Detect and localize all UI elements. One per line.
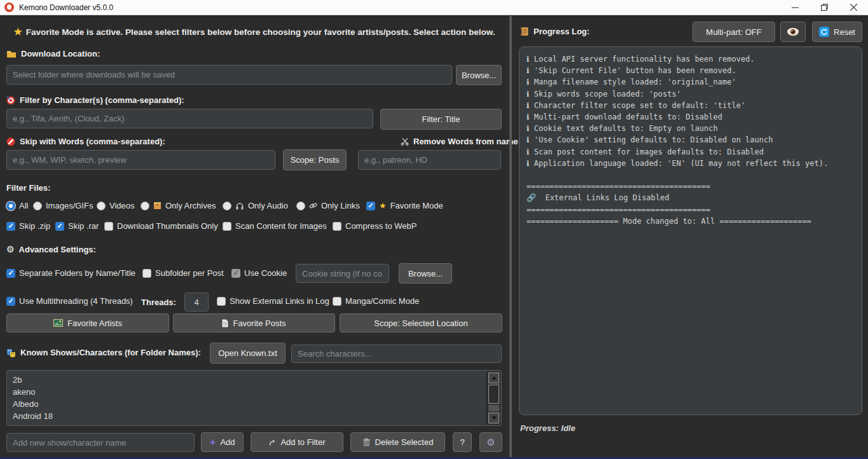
skip-words-scope-button[interactable]: Scope: Posts — [283, 149, 347, 170]
radio-only-audio[interactable]: Only Audio — [223, 201, 288, 210]
show-external-links-checkbox[interactable]: Show External Links in Log — [217, 296, 329, 306]
list-item[interactable]: Android 21 — [7, 422, 501, 426]
log-visibility-button[interactable] — [780, 22, 806, 42]
favorite-artists-button[interactable]: Favorite Artists — [6, 313, 169, 332]
link-icon — [309, 202, 317, 210]
radio-icon — [223, 202, 231, 210]
masks-icon — [6, 348, 16, 357]
radio-images-gifs[interactable]: Images/GIFs — [33, 201, 93, 210]
checkbox-checked-icon — [6, 222, 15, 231]
manga-mode-checkbox[interactable]: Manga/Comic Mode — [333, 296, 419, 306]
gear-icon: ⚙ — [486, 437, 495, 448]
radio-icon — [141, 202, 149, 210]
list-item[interactable]: 2b — [7, 374, 501, 386]
minimize-icon — [792, 4, 799, 11]
favorite-mode-checkbox[interactable]: ★ Favorite Mode — [366, 201, 443, 210]
download-location-input[interactable] — [6, 65, 452, 85]
download-thumbnails-checkbox[interactable]: Download Thumbnails Only — [104, 221, 218, 231]
restore-button[interactable] — [809, 0, 839, 15]
skip-words-label: Skip with Words (comma-separated): — [6, 137, 165, 146]
log-line: ℹ Skip words scope loaded: 'posts' — [527, 88, 855, 100]
scrollbar-track[interactable] — [488, 405, 499, 411]
scrollbar-thumb[interactable] — [488, 385, 499, 404]
checkbox-disabled-checked-icon — [231, 269, 240, 278]
eye-icon — [787, 27, 799, 36]
advanced-row-1: Separate Folders by Name/Title Subfolder… — [0, 263, 509, 284]
browse-download-button[interactable]: Browse... — [456, 65, 502, 85]
list-item[interactable]: akeno — [7, 386, 501, 398]
log-line: ℹ 'Use Cookie' setting defaults to: Disa… — [527, 134, 855, 146]
checkbox-checked-icon — [6, 297, 15, 306]
plus-icon: + — [209, 437, 216, 448]
multithreading-checkbox[interactable]: Use Multithreading (4 Threads) — [6, 296, 133, 306]
settings-gear-button[interactable]: ⚙ — [479, 432, 502, 452]
filter-files-radio-row: All Images/GIFs Videos Only Archives Onl… — [0, 201, 509, 212]
character-filter-scope-button[interactable]: Filter: Title — [380, 109, 502, 130]
radio-all[interactable]: All — [6, 201, 28, 210]
character-search-input[interactable] — [291, 345, 502, 363]
favorite-posts-button[interactable]: Favorite Posts — [173, 313, 335, 332]
panel-splitter[interactable] — [508, 16, 513, 457]
radio-videos[interactable]: Videos — [97, 201, 135, 210]
delete-selected-button[interactable]: Delete Selected — [350, 432, 445, 452]
open-known-txt-button[interactable]: Open Known.txt — [210, 343, 286, 364]
log-line: ℹ Local API server functionality has bee… — [527, 53, 855, 65]
progress-status: Progress: Idle — [520, 423, 575, 433]
list-item[interactable]: Android 18 — [7, 410, 501, 422]
multipart-toggle-button[interactable]: Multi-part: OFF — [692, 22, 775, 42]
checkbox-icon — [223, 222, 231, 231]
separate-folders-checkbox[interactable]: Separate Folders by Name/Title — [6, 268, 135, 278]
close-button[interactable] — [839, 0, 868, 15]
reset-icon — [819, 27, 829, 37]
add-character-input[interactable] — [6, 433, 195, 452]
skip-rar-checkbox[interactable]: Skip .rar — [55, 221, 99, 231]
browse-cookie-button[interactable]: Browse... — [399, 263, 452, 284]
radio-only-archives[interactable]: Only Archives — [141, 201, 216, 210]
skip-zip-checkbox[interactable]: Skip .zip — [6, 221, 50, 231]
skip-words-input[interactable] — [6, 150, 275, 170]
known-characters-list[interactable]: 2b akeno Albedo Android 18 Android 21 — [6, 370, 502, 426]
scope-selected-location-button[interactable]: Scope: Selected Location — [340, 313, 502, 332]
log-line: ℹ Multi-part download defaults to: Disab… — [527, 111, 855, 123]
triangle-down-icon — [492, 416, 497, 420]
log-line: ℹ Cookie text defaults to: Empty on laun… — [527, 123, 855, 134]
log-line — [527, 169, 855, 181]
radio-icon — [296, 202, 305, 210]
log-line: ℹ 'Skip Current File' button has been re… — [527, 65, 855, 76]
compress-webp-checkbox[interactable]: Compress to WebP — [333, 221, 417, 231]
advanced-row-2: Use Multithreading (4 Threads) Threads: … — [0, 291, 509, 312]
advanced-settings-label: ⚙ Advanced Settings: — [6, 244, 96, 254]
checkbox-icon — [333, 222, 341, 231]
scissors-icon — [401, 137, 409, 146]
threads-label: Threads: — [141, 298, 176, 307]
progress-log-panel: Progress Log: Multi-part: OFF Reset ℹ Lo… — [513, 16, 868, 457]
list-scrollbar[interactable] — [486, 371, 500, 425]
radio-only-links[interactable]: Only Links — [296, 201, 360, 210]
scrollbar-up-button[interactable] — [488, 373, 499, 383]
app-logo-icon — [4, 3, 14, 12]
progress-log-output[interactable]: ℹ Local API server functionality has bee… — [519, 46, 862, 415]
window-controls — [780, 0, 868, 15]
add-button[interactable]: + Add — [201, 432, 244, 452]
log-line: ℹ Application language loaded: 'EN' (UI … — [527, 158, 855, 169]
main-settings-panel: ★Favorite Mode is active. Please select … — [0, 16, 509, 457]
cookie-string-input[interactable] — [296, 264, 389, 283]
checkbox-checked-icon — [55, 222, 64, 231]
splitter-handle — [509, 16, 512, 457]
add-to-filter-button[interactable]: Add to Filter — [251, 432, 343, 452]
list-item[interactable]: Albedo — [7, 398, 501, 410]
subfolder-per-post-checkbox[interactable]: Subfolder per Post — [142, 268, 224, 278]
scrollbar-down-button[interactable] — [488, 413, 499, 423]
threads-input[interactable] — [184, 292, 209, 312]
character-filter-label: Filter by Character(s) (comma-separated)… — [6, 95, 184, 105]
curve-arrow-icon — [268, 439, 276, 446]
reset-button[interactable]: Reset — [812, 22, 862, 42]
document-icon — [222, 319, 228, 327]
character-filter-input[interactable] — [6, 109, 373, 128]
use-cookie-checkbox[interactable]: Use Cookie — [231, 268, 287, 278]
minimize-button[interactable] — [780, 0, 809, 15]
scan-content-checkbox[interactable]: Scan Content for Images — [223, 221, 327, 231]
help-button[interactable]: ? — [453, 432, 472, 452]
checkbox-checked-icon — [366, 202, 375, 210]
remove-words-input[interactable] — [358, 150, 501, 170]
